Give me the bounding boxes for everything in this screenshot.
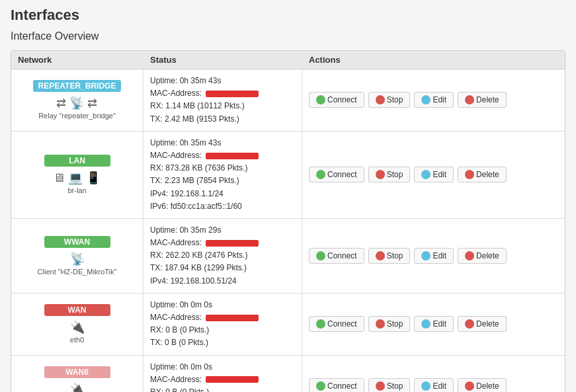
delete-icon (465, 170, 474, 179)
edit-button-wwan[interactable]: Edit (414, 248, 454, 264)
stop-button-lan[interactable]: Stop (368, 167, 411, 182)
stop-button-wwan[interactable]: Stop (368, 248, 411, 264)
edit-icon (421, 95, 431, 104)
col-network: Network (18, 55, 150, 65)
rx-wan6: RX: 0 B (0 Pkts.) (150, 386, 295, 392)
connect-button-wan6[interactable]: Connect (309, 378, 364, 392)
network-cell-repeater_bridge: REPEATER_BRIDGE ⇄ 📡 ⇄ Relay "repeater_br… (11, 69, 144, 131)
stop-icon (376, 319, 385, 329)
network-cell-wwan: WWAN 📡 Client "HZ-DE_MikroTik" (11, 219, 144, 293)
mac-wwan: MAC-Address: (150, 237, 295, 249)
network-name-wwan: WWAN (44, 236, 110, 248)
stop-button-repeater_bridge[interactable]: Stop (368, 92, 411, 108)
connect-button-lan[interactable]: Connect (309, 167, 364, 182)
uptime-wan6: Uptime: 0h 0m 0s (150, 361, 295, 373)
connect-icon (316, 95, 325, 104)
mac-lan: MAC-Address: (150, 149, 295, 162)
stop-icon (376, 95, 385, 104)
delete-button-repeater_bridge[interactable]: Delete (458, 92, 507, 108)
delete-button-wwan[interactable]: Delete (458, 248, 507, 264)
page-subtitle: Interface Overview (11, 30, 565, 42)
connect-button-wan[interactable]: Connect (309, 316, 364, 332)
edit-button-wan6[interactable]: Edit (414, 378, 454, 392)
actions-cell-wwan: Connect Stop Edit Delete (302, 219, 565, 293)
stop-icon (376, 381, 385, 391)
stop-button-wan6[interactable]: Stop (368, 378, 411, 392)
status-cell-repeater_bridge: Uptime: 0h 35m 43s MAC-Address: RX: 1.14… (144, 69, 302, 131)
status-cell-lan: Uptime: 0h 35m 43s MAC-Address: RX: 873.… (144, 132, 302, 218)
connect-icon (316, 381, 325, 391)
rx-wwan: RX: 262.20 KB (2476 Pkts.) (150, 249, 295, 262)
delete-button-wan[interactable]: Delete (458, 316, 507, 332)
mac-wan: MAC-Address: (150, 311, 295, 324)
network-name-wan6: WAN6 (44, 366, 110, 378)
tx-wan: TX: 0 B (0 Pkts.) (150, 336, 295, 349)
network-icons-wwan: 📡 (70, 252, 85, 266)
ipv4-lan: IPv4: 192.168.1.1/24 (150, 188, 295, 200)
table-row: WAN6 🔌 eth0 Uptime: 0h 0m 0s MAC-Address… (11, 356, 565, 392)
network-sublabel-wwan: Client "HZ-DE_MikroTik" (38, 268, 117, 276)
edit-icon (421, 381, 431, 391)
status-cell-wan: Uptime: 0h 0m 0s MAC-Address: RX: 0 B (0… (144, 294, 302, 355)
actions-cell-repeater_bridge: Connect Stop Edit Delete (302, 69, 565, 131)
network-cell-wan6: WAN6 🔌 eth0 (11, 356, 144, 392)
actions-cell-wan6: Connect Stop Edit Delete (302, 356, 565, 392)
col-status: Status (150, 55, 309, 65)
status-cell-wan6: Uptime: 0h 0m 0s MAC-Address: RX: 0 B (0… (144, 356, 302, 392)
delete-button-lan[interactable]: Delete (458, 167, 507, 182)
stop-icon (376, 251, 385, 260)
uptime-lan: Uptime: 0h 35m 43s (150, 137, 295, 149)
edit-button-lan[interactable]: Edit (414, 167, 454, 182)
stop-icon (376, 170, 385, 179)
uptime-wwan: Uptime: 0h 35m 29s (150, 224, 295, 237)
mac-repeater_bridge: MAC-Address: (150, 87, 295, 100)
mac-redacted (206, 376, 259, 383)
delete-icon (465, 319, 474, 329)
connect-button-wwan[interactable]: Connect (309, 248, 364, 264)
network-icons-wan: 🔌 (70, 320, 85, 334)
rx-lan: RX: 873.28 KB (7636 Pkts.) (150, 162, 295, 175)
network-sublabel-repeater_bridge: Relay "repeater_bridge" (38, 112, 116, 120)
mac-wan6: MAC-Address: (150, 373, 295, 386)
edit-button-repeater_bridge[interactable]: Edit (414, 92, 454, 108)
uptime-wan: Uptime: 0h 0m 0s (150, 299, 295, 311)
network-icons-repeater_bridge: ⇄ 📡 ⇄ (56, 96, 97, 110)
network-sublabel-lan: br-lan (67, 186, 86, 194)
edit-icon (421, 251, 431, 260)
table-row: REPEATER_BRIDGE ⇄ 📡 ⇄ Relay "repeater_br… (11, 69, 565, 132)
network-name-repeater_bridge: REPEATER_BRIDGE (33, 80, 122, 92)
delete-icon (465, 251, 474, 260)
rx-repeater_bridge: RX: 1.14 MB (10112 Pkts.) (150, 100, 295, 112)
mac-redacted (206, 240, 259, 247)
table-row: WAN 🔌 eth0 Uptime: 0h 0m 0s MAC-Address:… (11, 294, 565, 356)
ipv4-wwan: IPv4: 192.168.100.51/24 (150, 275, 295, 288)
rx-wan: RX: 0 B (0 Pkts.) (150, 324, 295, 336)
tx-wwan: TX: 187.94 KB (1299 Pkts.) (150, 262, 295, 274)
table-row: WWAN 📡 Client "HZ-DE_MikroTik" Uptime: 0… (11, 219, 565, 294)
ipv6-lan: IPv6: fd50:cc1a:acf5::1/60 (150, 200, 295, 213)
status-cell-wwan: Uptime: 0h 35m 29s MAC-Address: RX: 262.… (144, 219, 302, 293)
page-title: Interfaces (11, 7, 565, 24)
mac-redacted (206, 153, 259, 159)
network-icons-lan: 🖥 💻 📱 (53, 171, 101, 185)
edit-icon (421, 170, 431, 179)
interface-table: Network Status Actions REPEATER_BRIDGE ⇄… (11, 50, 565, 392)
actions-cell-lan: Connect Stop Edit Delete (302, 132, 565, 218)
tx-repeater_bridge: TX: 2.42 MB (9153 Pkts.) (150, 113, 295, 126)
uptime-repeater_bridge: Uptime: 0h 35m 43s (150, 75, 295, 87)
mac-redacted (206, 315, 259, 321)
network-cell-lan: LAN 🖥 💻 📱 br-lan (11, 132, 144, 218)
delete-button-wan6[interactable]: Delete (458, 378, 507, 392)
network-icons-wan6: 🔌 (70, 382, 85, 392)
network-sublabel-wan: eth0 (70, 336, 84, 344)
network-cell-wan: WAN 🔌 eth0 (11, 294, 144, 355)
stop-button-wan[interactable]: Stop (368, 316, 411, 332)
actions-cell-wan: Connect Stop Edit Delete (302, 294, 565, 355)
edit-button-wan[interactable]: Edit (414, 316, 454, 332)
mac-redacted (206, 91, 259, 97)
connect-button-repeater_bridge[interactable]: Connect (309, 92, 364, 108)
connect-icon (316, 251, 325, 260)
edit-icon (421, 319, 431, 329)
network-name-lan: LAN (44, 155, 110, 167)
network-name-wan: WAN (44, 304, 110, 316)
